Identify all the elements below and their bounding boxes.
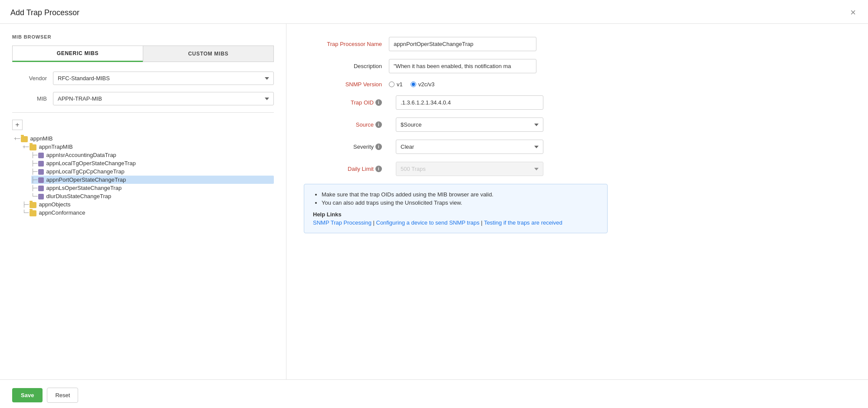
- mib-browser-panel: MIB BROWSER GENERIC MIBS CUSTOM MIBS Ven…: [0, 24, 286, 379]
- leaf-icon-2: [38, 169, 44, 175]
- tree-row-leaf-4[interactable]: ├─ appnLsOperStateChangeTrap: [31, 184, 274, 192]
- help-links-title: Help Links: [313, 211, 598, 218]
- tree-row-leaf-2[interactable]: ├─ appnLocalTgCpCpChangeTrap: [31, 167, 274, 176]
- field-row-source: Source i $Source: [304, 118, 851, 132]
- tree-root: +─ appnMIB +─ appnTrapMIB: [14, 134, 274, 217]
- trap-oid-label-group: Trap OID i: [304, 99, 382, 106]
- radio-label-v2[interactable]: v2c/v3: [411, 81, 435, 88]
- tree-row-leaf-3[interactable]: ├─ appnPortOperStateChangeTrap: [31, 176, 274, 184]
- info-item-0: Make sure that the trap OIDs added using…: [322, 191, 598, 198]
- leaf-icon-4: [38, 186, 44, 191]
- add-trap-processor-dialog: Add Trap Processor × MIB BROWSER GENERIC…: [0, 0, 868, 408]
- field-row-name: Trap Processor Name: [304, 37, 851, 51]
- tree-row-leaf-5[interactable]: └─ dlurDlusStateChangeTrap: [31, 192, 274, 200]
- help-link-1[interactable]: Configuring a device to send SNMP traps: [376, 219, 480, 226]
- tree-conn-4: ├─: [31, 185, 37, 191]
- trap-processor-name-input[interactable]: [389, 37, 536, 51]
- daily-limit-label-group: Daily Limit i: [304, 166, 382, 172]
- tree-row-appnConformance[interactable]: └─ appnConformance: [23, 209, 274, 217]
- info-list: Make sure that the trap OIDs added using…: [322, 191, 598, 206]
- tree-divider: [12, 112, 274, 113]
- daily-limit-label: Daily Limit: [348, 166, 374, 172]
- description-label: Description: [304, 63, 382, 69]
- leaf-icon-0: [38, 153, 44, 158]
- help-link-2[interactable]: Testing if the traps are received: [484, 219, 562, 226]
- tree-row-appnMIB[interactable]: +─ appnMIB: [14, 134, 274, 143]
- mib-tree: + +─ appnMIB +─: [12, 120, 274, 217]
- source-info-icon[interactable]: i: [375, 121, 382, 128]
- mib-tab-bar: GENERIC MIBS CUSTOM MIBS: [12, 46, 274, 62]
- trap-processor-name-label: Trap Processor Name: [304, 41, 382, 47]
- severity-select[interactable]: Clear Critical Major Minor Warning Info: [396, 140, 543, 154]
- tree-label-leaf-5: dlurDlusStateChangeTrap: [46, 193, 111, 199]
- tree-label-leaf-2: appnLocalTgCpCpChangeTrap: [46, 168, 124, 175]
- field-row-snmp-version: SNMP Version v1 v2c/v3: [304, 81, 851, 88]
- field-row-trap-oid: Trap OID i: [304, 95, 851, 110]
- folder-icon-appnMIB: [21, 136, 28, 142]
- tree-label-appnConformance: appnConformance: [39, 209, 85, 216]
- tree-children-appnMIB: +─ appnTrapMIB ├─ appnIsrAccount: [23, 143, 274, 217]
- field-row-severity: Severity i Clear Critical Major Minor Wa…: [304, 140, 851, 154]
- tree-label-appnObjects: appnObjects: [39, 201, 70, 208]
- tree-label-leaf-4: appnLsOperStateChangeTrap: [46, 185, 122, 191]
- reset-button[interactable]: Reset: [47, 388, 78, 403]
- mib-label: MIB: [12, 95, 47, 102]
- save-button[interactable]: Save: [12, 388, 43, 402]
- dialog-header: Add Trap Processor ×: [0, 0, 868, 24]
- source-label: Source: [356, 121, 374, 128]
- folder-icon-appnConformance: [30, 210, 36, 216]
- tree-connector-appnTrapMIB: +─: [23, 144, 29, 150]
- help-links-row: SNMP Trap Processing | Configuring a dev…: [313, 219, 598, 226]
- leaf-icon-5: [38, 194, 44, 199]
- severity-info-icon[interactable]: i: [375, 144, 382, 150]
- info-box: Make sure that the trap OIDs added using…: [304, 184, 608, 233]
- tree-node-appnMIB: +─ appnMIB +─ appnTrapMIB: [14, 134, 274, 217]
- mib-row: MIB APPN-TRAP-MIB: [12, 92, 274, 105]
- daily-limit-select[interactable]: 500 Traps: [396, 162, 543, 176]
- tree-conn-5: └─: [31, 193, 37, 199]
- tree-children-appnTrapMIB: ├─ appnIsrAccountingDataTrap ├─ appnLoca…: [31, 151, 274, 200]
- leaf-icon-3: [38, 177, 44, 183]
- folder-icon-appnTrapMIB: [30, 144, 36, 150]
- tree-conn-appnConformance: └─: [23, 210, 29, 216]
- tree-label-leaf-3: appnPortOperStateChangeTrap: [46, 176, 126, 183]
- field-row-description: Description: [304, 59, 851, 73]
- snmp-version-label: SNMP Version: [304, 81, 382, 88]
- trap-oid-info-icon[interactable]: i: [375, 99, 382, 106]
- source-label-group: Source i: [304, 121, 382, 128]
- daily-limit-info-icon[interactable]: i: [375, 166, 382, 172]
- tree-node-appnConformance: └─ appnConformance: [23, 209, 274, 217]
- tree-row-appnObjects[interactable]: ├─ appnObjects: [23, 200, 274, 209]
- description-input[interactable]: [389, 59, 536, 73]
- tree-node-appnObjects: ├─ appnObjects: [23, 200, 274, 209]
- leaf-icon-1: [38, 161, 44, 166]
- radio-v2[interactable]: [411, 82, 416, 87]
- tree-row-leaf-0[interactable]: ├─ appnIsrAccountingDataTrap: [31, 151, 274, 159]
- radio-v1-label: v1: [397, 81, 403, 88]
- radio-label-v1[interactable]: v1: [389, 81, 403, 88]
- dialog-body: MIB BROWSER GENERIC MIBS CUSTOM MIBS Ven…: [0, 24, 868, 379]
- vendor-label: Vendor: [12, 75, 47, 82]
- tab-generic-mibs[interactable]: GENERIC MIBS: [12, 46, 143, 62]
- mib-browser-title: MIB BROWSER: [12, 34, 274, 39]
- mib-select[interactable]: APPN-TRAP-MIB: [53, 92, 274, 105]
- radio-v1[interactable]: [389, 82, 395, 87]
- source-select[interactable]: $Source: [396, 118, 543, 132]
- dialog-footer: Save Reset: [0, 379, 868, 408]
- trap-oid-label: Trap OID: [351, 99, 374, 106]
- snmp-version-radio-group: v1 v2c/v3: [389, 81, 434, 88]
- tree-conn-0: ├─: [31, 152, 37, 158]
- form-panel: Trap Processor Name Description SNMP Ver…: [286, 24, 868, 379]
- close-button[interactable]: ×: [848, 8, 858, 17]
- vendor-row: Vendor RFC-Standard-MIBS: [12, 72, 274, 85]
- tree-label-leaf-0: appnIsrAccountingDataTrap: [46, 152, 116, 158]
- tree-label-appnMIB: appnMIB: [30, 135, 53, 142]
- tree-add-button[interactable]: +: [12, 120, 23, 130]
- tree-conn-appnObjects: ├─: [23, 202, 29, 208]
- tree-row-leaf-1[interactable]: ├─ appnLocalTgOperStateChangeTrap: [31, 159, 274, 167]
- trap-oid-input[interactable]: [396, 95, 543, 110]
- vendor-select[interactable]: RFC-Standard-MIBS: [53, 72, 274, 85]
- help-link-0[interactable]: SNMP Trap Processing: [313, 219, 372, 226]
- tab-custom-mibs[interactable]: CUSTOM MIBS: [143, 46, 274, 62]
- tree-row-appnTrapMIB[interactable]: +─ appnTrapMIB: [23, 143, 274, 151]
